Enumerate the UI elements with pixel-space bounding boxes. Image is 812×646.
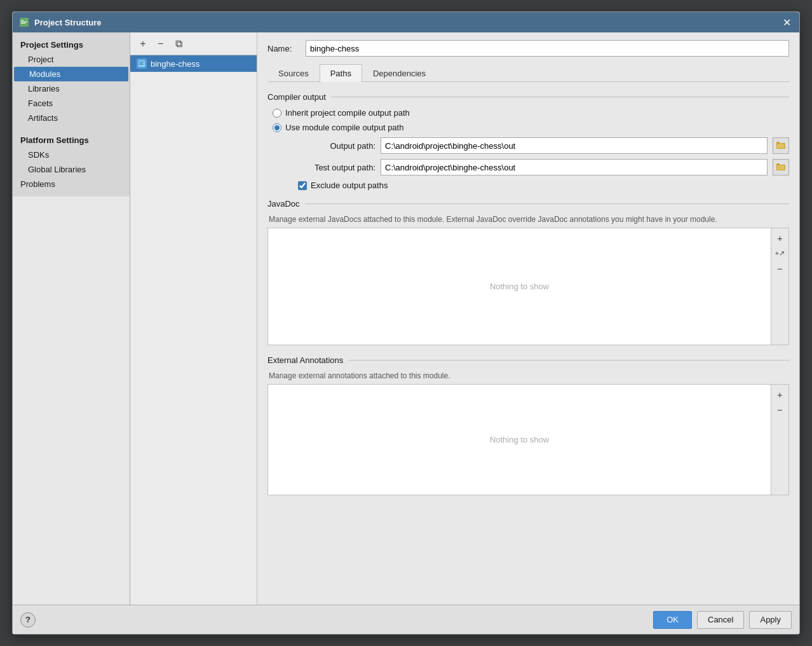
sidebar: Project Settings Project Modules Librari… xyxy=(13,32,130,196)
javadoc-list-panel: Nothing to show + +↗ − xyxy=(267,228,789,345)
javadoc-list-actions: + +↗ − xyxy=(771,228,788,345)
module-pane: + − ⧉ xyxy=(130,32,257,605)
inherit-radio-row: Inherit project compile output path xyxy=(267,108,789,118)
module-name-input[interactable] xyxy=(306,40,789,57)
test-output-path-input[interactable] xyxy=(381,159,768,175)
sidebar-item-sdks[interactable]: SDKs xyxy=(13,148,130,162)
tab-dependencies[interactable]: Dependencies xyxy=(362,64,436,82)
svg-rect-7 xyxy=(139,64,144,65)
use-module-radio[interactable] xyxy=(273,123,281,132)
svg-rect-12 xyxy=(776,163,780,165)
ok-button[interactable]: OK xyxy=(653,611,692,629)
copy-module-button[interactable]: ⧉ xyxy=(171,36,186,52)
svg-rect-10 xyxy=(777,144,785,148)
sidebar-item-libraries[interactable]: Libraries xyxy=(13,81,130,96)
sidebar-divider xyxy=(13,125,130,133)
ext-annotations-remove-button[interactable]: − xyxy=(773,402,787,416)
app-icon xyxy=(19,17,29,27)
ext-annotations-title: External Annotations xyxy=(267,355,789,365)
inherit-label[interactable]: Inherit project compile output path xyxy=(285,108,410,118)
compiler-output-section: Compiler output Inherit project compile … xyxy=(267,92,789,190)
output-path-label: Output path: xyxy=(293,141,376,151)
ext-annotations-list-panel: Nothing to show + − xyxy=(267,384,789,495)
svg-rect-5 xyxy=(139,62,144,62)
ext-annotations-desc: Manage external annotations attached to … xyxy=(267,371,789,380)
svg-rect-6 xyxy=(139,63,143,64)
use-module-label[interactable]: Use module compile output path xyxy=(285,123,403,132)
javadoc-desc: Manage external JavaDocs attached to thi… xyxy=(267,215,789,224)
svg-rect-2 xyxy=(21,22,27,22)
module-list: binghe-chess xyxy=(130,55,257,605)
exclude-checkbox[interactable] xyxy=(298,181,307,190)
module-toolbar: + − ⧉ xyxy=(130,32,257,55)
sidebar-item-modules[interactable]: Modules xyxy=(14,67,128,81)
apply-button[interactable]: Apply xyxy=(749,611,792,629)
ext-annotations-list-area: Nothing to show xyxy=(268,385,771,495)
javadoc-title: JavaDoc xyxy=(267,199,789,209)
help-button[interactable]: ? xyxy=(20,612,36,628)
test-output-path-row: Test output path: xyxy=(267,159,789,175)
output-path-input[interactable] xyxy=(381,137,768,154)
javadoc-section: JavaDoc Manage external JavaDocs attache… xyxy=(267,199,789,345)
right-pane: + − ⧉ xyxy=(130,32,799,605)
sidebar-item-global-libraries[interactable]: Global Libraries xyxy=(13,162,130,177)
ext-annotations-add-button[interactable]: + xyxy=(773,387,787,401)
javadoc-remove-button[interactable]: − xyxy=(773,261,787,275)
exclude-checkbox-row: Exclude output paths xyxy=(267,181,789,190)
detail-panel: Name: Sources Paths Dependencies xyxy=(257,32,799,605)
project-settings-heading: Project Settings xyxy=(13,38,130,52)
title-bar: Project Structure ✕ xyxy=(13,12,799,32)
close-button[interactable]: ✕ xyxy=(780,16,793,29)
bottom-buttons: OK Cancel Apply xyxy=(653,611,792,629)
add-module-button[interactable]: + xyxy=(135,36,151,52)
platform-settings-heading: Platform Settings xyxy=(13,133,130,148)
svg-rect-9 xyxy=(776,142,780,144)
svg-rect-13 xyxy=(777,165,785,170)
exclude-label[interactable]: Exclude output paths xyxy=(311,181,388,190)
sidebar-item-artifacts[interactable]: Artifacts xyxy=(13,111,130,125)
svg-rect-3 xyxy=(21,23,25,24)
tabs-row: Sources Paths Dependencies xyxy=(267,64,789,82)
javadoc-list-area: Nothing to show xyxy=(268,228,771,345)
test-output-path-label: Test output path: xyxy=(293,163,376,172)
main-content: Project Settings Project Modules Librari… xyxy=(13,32,799,605)
javadoc-add-url-button[interactable]: +↗ xyxy=(773,246,787,260)
bottom-bar: ? OK Cancel Apply xyxy=(13,605,799,634)
tab-paths[interactable]: Paths xyxy=(320,64,362,82)
inherit-radio[interactable] xyxy=(273,109,281,118)
output-path-row: Output path: xyxy=(267,137,789,154)
sidebar-item-facets[interactable]: Facets xyxy=(13,96,130,111)
ext-annotations-section: External Annotations Manage external ann… xyxy=(267,355,789,495)
compiler-output-title: Compiler output xyxy=(267,92,789,102)
title-bar-left: Project Structure xyxy=(19,17,101,27)
ext-annotations-list-actions: + − xyxy=(771,385,788,495)
svg-rect-1 xyxy=(21,20,24,21)
sidebar-item-project[interactable]: Project xyxy=(13,52,130,67)
left-pane: Project Settings Project Modules Librari… xyxy=(13,32,130,605)
module-item[interactable]: binghe-chess xyxy=(130,55,257,72)
dialog-title: Project Structure xyxy=(34,18,101,27)
module-icon xyxy=(137,58,147,69)
output-path-browse-button[interactable] xyxy=(773,137,789,154)
use-module-radio-row: Use module compile output path xyxy=(267,123,789,132)
project-structure-dialog: Project Structure ✕ Project Settings Pro… xyxy=(12,11,800,635)
name-label: Name: xyxy=(267,44,299,53)
paths-tab-content: Compiler output Inherit project compile … xyxy=(267,82,789,597)
cancel-button[interactable]: Cancel xyxy=(697,611,744,629)
tab-sources[interactable]: Sources xyxy=(267,64,320,82)
sidebar-item-problems[interactable]: Problems xyxy=(13,177,130,191)
javadoc-add-button[interactable]: + xyxy=(773,231,787,245)
remove-module-button[interactable]: − xyxy=(153,36,168,52)
name-row: Name: xyxy=(267,40,789,57)
test-output-path-browse-button[interactable] xyxy=(773,159,789,175)
